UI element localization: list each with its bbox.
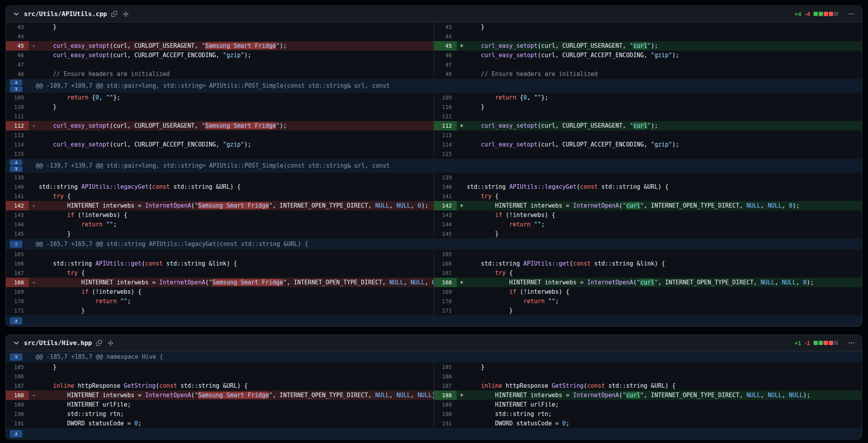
line-number[interactable]: 113 (6, 130, 29, 140)
line-number[interactable]: 144 (6, 220, 29, 229)
code-segment: APIUtils::legacyGet (81, 183, 149, 190)
line-number[interactable]: 188 (6, 391, 29, 400)
line-number[interactable]: 171 (434, 306, 457, 315)
collapse-file-button[interactable] (12, 10, 20, 18)
file-name[interactable]: src/Utils/Hive.hpp (24, 339, 92, 347)
line-number[interactable]: 112 (6, 121, 29, 130)
code-segment: "gzip" (651, 141, 672, 148)
diff-view: src/Utils/APIUtils.cpp +4 -4 43 }43 }444… (0, 0, 868, 439)
line-number[interactable]: 186 (6, 372, 29, 381)
line-number[interactable]: 46 (6, 51, 29, 60)
line-number[interactable]: 165 (434, 250, 457, 259)
line-number[interactable]: 191 (6, 419, 29, 428)
move-button[interactable] (122, 10, 130, 18)
expand-down-button[interactable] (10, 159, 22, 165)
line-number[interactable]: 110 (6, 102, 29, 112)
line-number[interactable]: 113 (434, 130, 457, 140)
code-segment: , (782, 392, 789, 399)
file-options-button[interactable] (847, 339, 855, 347)
line-number[interactable]: 43 (6, 22, 29, 32)
line-number[interactable]: 109 (6, 93, 29, 102)
line-number[interactable]: 140 (434, 182, 457, 192)
line-number[interactable]: 139 (434, 173, 457, 182)
line-number[interactable]: 142 (434, 201, 457, 210)
line-number[interactable]: 190 (6, 409, 29, 419)
line-number[interactable]: 168 (434, 278, 457, 287)
line-number[interactable]: 169 (6, 287, 29, 297)
code-line (39, 173, 434, 182)
code-segment: "gzip" (223, 52, 244, 59)
line-number[interactable]: 143 (6, 210, 29, 220)
line-number[interactable]: 170 (434, 297, 457, 306)
line-number[interactable]: 187 (434, 381, 457, 391)
code-line: std::string rtn; (467, 409, 862, 419)
line-number[interactable]: 45 (6, 41, 29, 51)
diff-row: 189 HINTERNET urlFile;189 HINTERNET urlF… (6, 400, 862, 409)
line-number[interactable]: 187 (6, 381, 29, 391)
line-number[interactable]: 186 (434, 372, 457, 381)
line-number[interactable]: 189 (434, 400, 457, 409)
collapse-file-button[interactable] (12, 339, 20, 347)
line-number[interactable]: 48 (6, 69, 29, 79)
expand-down-button[interactable] (10, 317, 22, 325)
line-number[interactable]: 145 (6, 229, 29, 239)
file-options-button[interactable] (847, 10, 855, 18)
code-segment: "" (106, 221, 113, 228)
line-number[interactable]: 165 (6, 250, 29, 259)
line-number[interactable]: 191 (434, 419, 457, 428)
line-number[interactable]: 46 (434, 51, 457, 60)
line-number[interactable]: 115 (434, 149, 457, 159)
code-segment: curl (640, 279, 654, 286)
line-number[interactable]: 111 (6, 112, 29, 121)
expand-fold-button[interactable] (10, 240, 22, 248)
copy-path-button[interactable] (95, 339, 103, 347)
copy-path-button[interactable] (111, 10, 118, 18)
line-number[interactable]: 111 (434, 112, 457, 121)
line-number[interactable]: 47 (6, 60, 29, 69)
line-number[interactable]: 145 (434, 229, 457, 239)
code-segment (39, 141, 53, 148)
line-number[interactable]: 166 (6, 259, 29, 268)
line-number[interactable]: 168 (6, 278, 29, 287)
line-number[interactable]: 167 (434, 268, 457, 278)
line-number[interactable]: 140 (6, 182, 29, 192)
expand-up-button[interactable] (10, 86, 22, 92)
move-button[interactable] (107, 339, 114, 347)
line-number[interactable]: 171 (6, 306, 29, 315)
line-number[interactable]: 169 (434, 287, 457, 297)
file-name[interactable]: src/Utils/APIUtils.cpp (24, 10, 107, 18)
expand-up-button[interactable] (10, 166, 22, 172)
line-number[interactable]: 189 (6, 400, 29, 409)
line-number[interactable]: 112 (434, 121, 457, 130)
line-number[interactable]: 185 (434, 362, 457, 372)
line-number[interactable]: 44 (434, 32, 457, 41)
line-number[interactable]: 167 (6, 268, 29, 278)
line-number[interactable]: 141 (6, 192, 29, 201)
line-number[interactable]: 188 (434, 391, 457, 400)
diff-side: 144 return ""; (6, 220, 434, 229)
line-number[interactable]: 144 (434, 220, 457, 229)
line-number[interactable]: 44 (6, 32, 29, 41)
code-segment: APIUtils::get (96, 260, 142, 267)
line-number[interactable]: 109 (434, 93, 457, 102)
line-number[interactable]: 142 (6, 201, 29, 210)
line-number[interactable]: 114 (6, 140, 29, 149)
line-number[interactable]: 110 (434, 102, 457, 112)
line-number[interactable]: 185 (6, 362, 29, 372)
line-number[interactable]: 114 (434, 140, 457, 149)
line-number[interactable]: 166 (434, 259, 457, 268)
line-number[interactable]: 190 (434, 409, 457, 419)
line-number[interactable]: 170 (6, 297, 29, 306)
line-number[interactable]: 141 (434, 192, 457, 201)
line-number[interactable]: 43 (434, 22, 457, 32)
line-number[interactable]: 48 (434, 69, 457, 79)
line-number[interactable]: 115 (6, 149, 29, 159)
line-number[interactable]: 143 (434, 210, 457, 220)
code-line: return ""; (39, 220, 434, 229)
line-number[interactable]: 45 (434, 41, 457, 51)
expand-down-button[interactable] (10, 430, 22, 438)
expand-up-button[interactable] (10, 353, 22, 361)
expand-down-button[interactable] (10, 80, 22, 85)
line-number[interactable]: 47 (434, 60, 457, 69)
line-number[interactable]: 139 (6, 173, 29, 182)
